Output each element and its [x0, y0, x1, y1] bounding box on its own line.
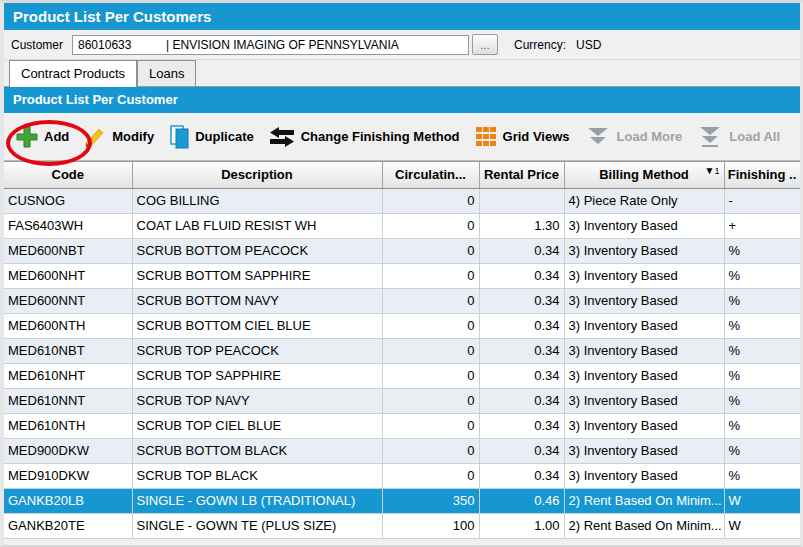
swap-arrows-icon [269, 126, 295, 148]
table-row[interactable]: MED600NHTSCRUB BOTTOM SAPPHIRE00.343) In… [4, 263, 800, 288]
cell-code: MED610NTH [4, 413, 132, 438]
cell-finishing: % [724, 263, 800, 288]
cell-billing-method: 3) Inventory Based [564, 288, 724, 313]
cell-finishing: % [724, 438, 800, 463]
customer-input[interactable]: 86010633 | ENVISION IMAGING OF PENNSYLVA… [72, 35, 469, 55]
modify-button[interactable]: Modify [84, 126, 154, 148]
cell-finishing: - [724, 188, 800, 213]
cell-code: GANKB20LB [4, 488, 132, 513]
cell-rental-price [479, 188, 564, 213]
section-title: Product List Per Customer [4, 87, 800, 113]
cell-rental-price: 0.34 [479, 463, 564, 488]
table-row[interactable]: MED610NTHSCRUB TOP CIEL BLUE00.343) Inve… [4, 413, 800, 438]
double-chevron-down-icon [585, 126, 611, 148]
cell-circulating: 0 [382, 238, 479, 263]
grid-views-button-label: Grid Views [503, 129, 570, 144]
change-finishing-method-button[interactable]: Change Finishing Method [269, 126, 460, 148]
cell-code: MED610NBT [4, 338, 132, 363]
cell-code: GANKB20TE [4, 513, 132, 538]
cell-billing-method: 3) Inventory Based [564, 263, 724, 288]
cell-code: CUSNOG [4, 188, 132, 213]
table-row[interactable]: MED600NTHSCRUB BOTTOM CIEL BLUE00.343) I… [4, 313, 800, 338]
table-row[interactable]: MED610NHTSCRUB TOP SAPPHIRE00.343) Inven… [4, 363, 800, 388]
table-header-row: Code Description Circulatin... Rental Pr… [4, 162, 800, 188]
cell-code: MED900DKW [4, 438, 132, 463]
cell-finishing: % [724, 338, 800, 363]
customer-lookup-button[interactable]: ... [472, 34, 498, 55]
cell-rental-price: 0.46 [479, 488, 564, 513]
cell-billing-method: 2) Rent Based On Minim... [564, 488, 724, 513]
cell-rental-price: 0.34 [479, 288, 564, 313]
cell-description: SCRUB BOTTOM PEACOCK [132, 238, 382, 263]
cell-description: SCRUB BOTTOM CIEL BLUE [132, 313, 382, 338]
plus-icon [16, 126, 38, 148]
cell-finishing: % [724, 388, 800, 413]
cell-circulating: 100 [382, 513, 479, 538]
table-row[interactable]: MED910DKWSCRUB TOP BLACK00.343) Inventor… [4, 463, 800, 488]
app-window: Product List Per Customers Customer 8601… [0, 0, 803, 547]
table-body: CUSNOGCOG BILLING04) Piece Rate Only-FAS… [4, 188, 800, 538]
table-row[interactable]: MED600NNTSCRUB BOTTOM NAVY00.343) Invent… [4, 288, 800, 313]
cell-circulating: 0 [382, 188, 479, 213]
duplicate-button-label: Duplicate [195, 129, 254, 144]
table-row[interactable]: GANKB20LBSINGLE - GOWN LB (TRADITIONAL)3… [4, 488, 800, 513]
customer-label: Customer [11, 38, 63, 52]
cell-billing-method: 4) Piece Rate Only [564, 188, 724, 213]
table-row[interactable]: MED610NBTSCRUB TOP PEACOCK00.343) Invent… [4, 338, 800, 363]
cell-finishing: % [724, 463, 800, 488]
cell-rental-price: 0.34 [479, 263, 564, 288]
currency-label: Currency: [514, 38, 566, 52]
table-row[interactable]: GANKB20TESINGLE - GOWN TE (PLUS SIZE)100… [4, 513, 800, 538]
cell-rental-price: 0.34 [479, 313, 564, 338]
cell-circulating: 0 [382, 338, 479, 363]
customer-code: 86010633 [78, 36, 166, 54]
cell-circulating: 0 [382, 263, 479, 288]
cell-rental-price: 0.34 [479, 438, 564, 463]
change-finishing-method-label: Change Finishing Method [301, 129, 460, 144]
cell-description: SCRUB BOTTOM BLACK [132, 438, 382, 463]
page-title: Product List Per Customers [4, 3, 800, 30]
column-header-billing-method[interactable]: Billing Method ▼1 [564, 162, 724, 188]
tab-loans[interactable]: Loans [137, 60, 196, 86]
cell-rental-price: 0.34 [479, 413, 564, 438]
cell-description: COAT LAB FLUID RESIST WH [132, 213, 382, 238]
tab-contract-products[interactable]: Contract Products [9, 60, 137, 87]
cell-finishing: % [724, 288, 800, 313]
duplicate-button[interactable]: Duplicate [169, 125, 254, 149]
load-more-button[interactable]: Load More [585, 126, 683, 148]
cell-billing-method: 3) Inventory Based [564, 413, 724, 438]
table-row[interactable]: CUSNOGCOG BILLING04) Piece Rate Only- [4, 188, 800, 213]
cell-description: SCRUB TOP CIEL BLUE [132, 413, 382, 438]
cell-circulating: 0 [382, 388, 479, 413]
load-all-button[interactable]: Load All [697, 126, 780, 148]
cell-description: SCRUB TOP BLACK [132, 463, 382, 488]
cell-circulating: 0 [382, 213, 479, 238]
cell-circulating: 0 [382, 313, 479, 338]
cell-rental-price: 0.34 [479, 338, 564, 363]
column-header-finishing[interactable]: Finishing .. [724, 162, 800, 188]
column-header-circulating[interactable]: Circulatin... [382, 162, 479, 188]
cell-finishing: % [724, 363, 800, 388]
double-chevron-down-underline-icon [697, 126, 723, 148]
grid-views-button[interactable]: Grid Views [475, 126, 570, 148]
column-header-rental-price[interactable]: Rental Price [479, 162, 564, 188]
cell-billing-method: 3) Inventory Based [564, 213, 724, 238]
cell-billing-method: 3) Inventory Based [564, 463, 724, 488]
table-row[interactable]: MED900DKWSCRUB BOTTOM BLACK00.343) Inven… [4, 438, 800, 463]
cell-code: MED600NTH [4, 313, 132, 338]
add-button[interactable]: Add [16, 126, 69, 148]
cell-code: MED910DKW [4, 463, 132, 488]
toolbar: Add Modify Duplicate [4, 113, 800, 161]
cell-billing-method: 2) Rent Based On Minim... [564, 513, 724, 538]
table-row[interactable]: MED600NBTSCRUB BOTTOM PEACOCK00.343) Inv… [4, 238, 800, 263]
add-button-label: Add [44, 129, 69, 144]
cell-billing-method: 3) Inventory Based [564, 238, 724, 263]
column-header-code[interactable]: Code [4, 162, 132, 188]
column-header-description[interactable]: Description [132, 162, 382, 188]
table-row[interactable]: FAS6403WHCOAT LAB FLUID RESIST WH01.303)… [4, 213, 800, 238]
cell-finishing: W [724, 488, 800, 513]
cell-description: SCRUB TOP NAVY [132, 388, 382, 413]
cell-billing-method: 3) Inventory Based [564, 388, 724, 413]
duplicate-icon [169, 125, 189, 149]
table-row[interactable]: MED610NNTSCRUB TOP NAVY00.343) Inventory… [4, 388, 800, 413]
